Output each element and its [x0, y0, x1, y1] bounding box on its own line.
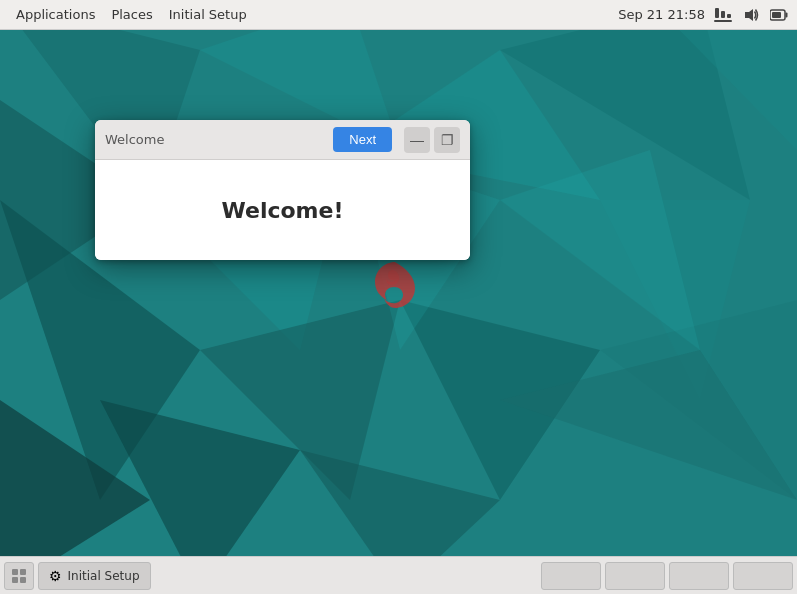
taskbar: ⚙ Initial Setup [0, 556, 797, 594]
minimize-button[interactable]: — [404, 127, 430, 153]
taskbar-right-buttons [541, 562, 793, 590]
svg-rect-28 [20, 569, 26, 575]
svg-rect-20 [721, 11, 725, 18]
next-button[interactable]: Next [333, 127, 392, 152]
svg-rect-26 [772, 12, 781, 18]
menu-initial-setup[interactable]: Initial Setup [161, 3, 255, 26]
menu-places[interactable]: Places [103, 3, 160, 26]
svg-rect-27 [12, 569, 18, 575]
taskbar-btn-4[interactable] [733, 562, 793, 590]
debian-logo [370, 260, 420, 315]
svg-rect-21 [727, 14, 731, 18]
svg-marker-23 [745, 9, 753, 21]
taskbar-btn-2[interactable] [605, 562, 665, 590]
sound-icon[interactable] [741, 5, 761, 25]
svg-rect-29 [12, 577, 18, 583]
welcome-window: Welcome Next — ❐ Welcome! [95, 120, 470, 260]
taskbar-app-label: Initial Setup [68, 569, 140, 583]
menubar: Applications Places Initial Setup Sep 21… [0, 0, 797, 30]
svg-rect-30 [20, 577, 26, 583]
battery-icon[interactable] [769, 5, 789, 25]
taskbar-btn-1[interactable] [541, 562, 601, 590]
svg-rect-22 [714, 20, 732, 22]
show-desktop-button[interactable] [4, 562, 34, 590]
network-icon[interactable] [713, 5, 733, 25]
window-title-label: Welcome [105, 132, 333, 147]
clock: Sep 21 21:58 [618, 7, 705, 22]
svg-rect-25 [786, 12, 788, 17]
welcome-heading: Welcome! [222, 198, 344, 223]
svg-rect-19 [715, 8, 719, 18]
maximize-button[interactable]: ❐ [434, 127, 460, 153]
window-titlebar: Welcome Next — ❐ [95, 120, 470, 160]
menu-applications[interactable]: Applications [8, 3, 103, 26]
menubar-right: Sep 21 21:58 [618, 5, 789, 25]
desktop: Applications Places Initial Setup Sep 21… [0, 0, 797, 594]
taskbar-app-icon: ⚙ [49, 568, 62, 584]
window-content: Welcome! [95, 160, 470, 260]
taskbar-btn-3[interactable] [669, 562, 729, 590]
taskbar-initial-setup[interactable]: ⚙ Initial Setup [38, 562, 151, 590]
